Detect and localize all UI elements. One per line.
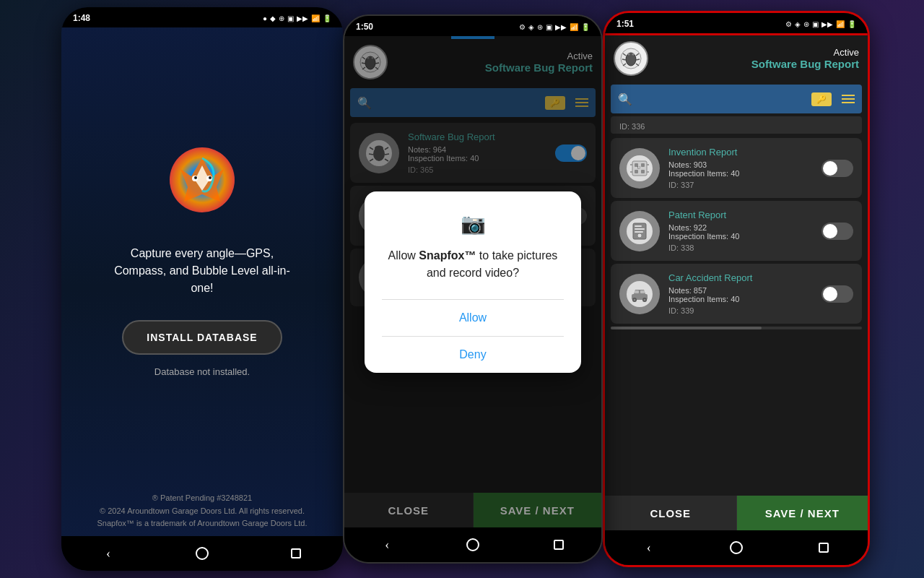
- svg-point-4: [209, 176, 212, 179]
- screen3-header-title: Active Software Bug Report: [655, 47, 859, 70]
- screen1-nav-bar: ‹: [61, 536, 343, 571]
- svg-point-68: [644, 298, 646, 301]
- screen3-bottom-buttons: CLOSE SAVE / NEXT: [605, 496, 868, 530]
- screen3-nav-bar: ‹: [605, 530, 868, 565]
- screen1-footer: ® Patent Pending #3248821 © 2024 Aroundt…: [61, 492, 343, 530]
- screen1-tagline: Capture every angle—GPS, Compass, and Bu…: [108, 245, 296, 297]
- svg-rect-63: [635, 290, 639, 293]
- allow-button[interactable]: Allow: [382, 300, 564, 336]
- item-thumbnail: U: [619, 148, 660, 189]
- svg-rect-48: [635, 170, 638, 173]
- fox-logo: [166, 144, 238, 216]
- recents-button[interactable]: [289, 546, 303, 561]
- back-button[interactable]: ‹: [101, 546, 116, 561]
- list-item[interactable]: Patent Report Notes: 922 Inspection Item…: [611, 201, 862, 261]
- screen3-header: Active Software Bug Report: [605, 35, 868, 82]
- camera-icon: 📷: [382, 212, 564, 236]
- screen2-nav-bar: ‹: [344, 527, 601, 562]
- back-button[interactable]: ‹: [380, 538, 394, 552]
- partial-item: ID: 336: [611, 116, 862, 134]
- save-next-button[interactable]: SAVE / NEXT: [737, 496, 868, 530]
- key-icon: 🔑: [811, 92, 832, 106]
- toggle-switch[interactable]: [821, 160, 853, 177]
- item-info: Invention Report Notes: 903 Inspection I…: [668, 147, 813, 189]
- menu-icon[interactable]: [842, 95, 855, 103]
- screen1-status-bar: 1:48 ● ◆ ⊕ ▣ ▶▶ 📶 🔋: [61, 7, 343, 27]
- screen2-frame: 1:50 ⚙ ◈ ⊛ ▣ ▶▶ 📶 🔋: [343, 14, 603, 564]
- screen1-content: Capture every angle—GPS, Compass, and Bu…: [61, 27, 343, 536]
- patent-text: ® Patent Pending #3248821 © 2024 Aroundt…: [76, 492, 328, 530]
- svg-rect-58: [635, 228, 645, 230]
- scrollbar-thumb: [611, 327, 762, 329]
- permission-dialog-overlay: 📷 Allow Snapfox™ to take pictures and re…: [344, 36, 601, 527]
- svg-line-37: [622, 59, 626, 60]
- svg-point-43: [632, 53, 635, 56]
- screen2-time: 1:50: [356, 22, 373, 32]
- screen1-time: 1:48: [73, 13, 90, 23]
- recents-button[interactable]: [816, 540, 831, 555]
- screen3-status-icons: ⚙ ◈ ⊛ ▣ ▶▶ 📶 🔋: [785, 20, 856, 28]
- svg-line-38: [636, 59, 640, 60]
- svg-rect-59: [635, 231, 643, 233]
- scrollbar-track: [611, 327, 862, 329]
- back-button[interactable]: ‹: [642, 540, 656, 555]
- home-button[interactable]: [729, 540, 744, 555]
- close-button[interactable]: CLOSE: [605, 496, 737, 530]
- screen3-frame: 1:51 ⚙ ◈ ⊛ ▣ ▶▶ 📶 🔋: [603, 11, 870, 567]
- list-item[interactable]: Car Accident Report Notes: 857 Inspectio…: [611, 264, 862, 324]
- screen2-status-bar: 1:50 ⚙ ◈ ⊛ ▣ ▶▶ 📶 🔋: [344, 16, 601, 36]
- svg-point-67: [634, 298, 636, 301]
- item-thumbnail: [619, 274, 660, 314]
- item-thumbnail: [619, 211, 660, 251]
- deny-button[interactable]: Deny: [382, 337, 564, 373]
- screen1-status-icons: ● ◆ ⊕ ▣ ▶▶ 📶 🔋: [263, 14, 331, 22]
- screen2-status-icons: ⚙ ◈ ⊛ ▣ ▶▶ 📶 🔋: [519, 23, 590, 31]
- list-item[interactable]: U Invention Report Notes: 903 Inspection…: [611, 138, 862, 198]
- svg-point-3: [194, 176, 197, 179]
- home-button[interactable]: [195, 546, 209, 561]
- svg-rect-49: [641, 170, 645, 173]
- svg-rect-47: [641, 163, 645, 167]
- svg-point-60: [637, 233, 642, 238]
- dialog-message: Allow Snapfox™ to take pictures and reco…: [382, 247, 564, 282]
- svg-point-42: [628, 53, 630, 56]
- install-database-button[interactable]: INSTALL DATABASE: [122, 320, 282, 355]
- screen3-time: 1:51: [616, 19, 634, 29]
- item-info: Patent Report Notes: 922 Inspection Item…: [668, 210, 813, 252]
- bug-icon: [614, 41, 648, 76]
- screens-container: 1:48 ● ◆ ⊕ ▣ ▶▶ 📶 🔋: [0, 0, 924, 578]
- app-name: Snapfox™: [419, 249, 476, 262]
- screen1-frame: 1:48 ● ◆ ⊕ ▣ ▶▶ 📶 🔋: [61, 7, 343, 571]
- database-status: Database not installed.: [154, 366, 250, 377]
- svg-rect-57: [635, 225, 642, 227]
- svg-text:U: U: [637, 165, 641, 170]
- screen3-search-bar: 🔍 🔑: [611, 85, 862, 113]
- item-info: Car Accident Report Notes: 857 Inspectio…: [668, 272, 813, 315]
- screen3-status-bar: 1:51 ⚙ ◈ ⊛ ▣ ▶▶ 📶 🔋: [605, 13, 868, 33]
- svg-rect-64: [640, 290, 645, 293]
- home-button[interactable]: [466, 538, 480, 552]
- permission-dialog: 📷 Allow Snapfox™ to take pictures and re…: [365, 191, 581, 373]
- recents-button[interactable]: [552, 538, 566, 552]
- search-icon: 🔍: [618, 92, 632, 106]
- toggle-switch[interactable]: [821, 223, 853, 240]
- toggle-switch[interactable]: [821, 285, 853, 303]
